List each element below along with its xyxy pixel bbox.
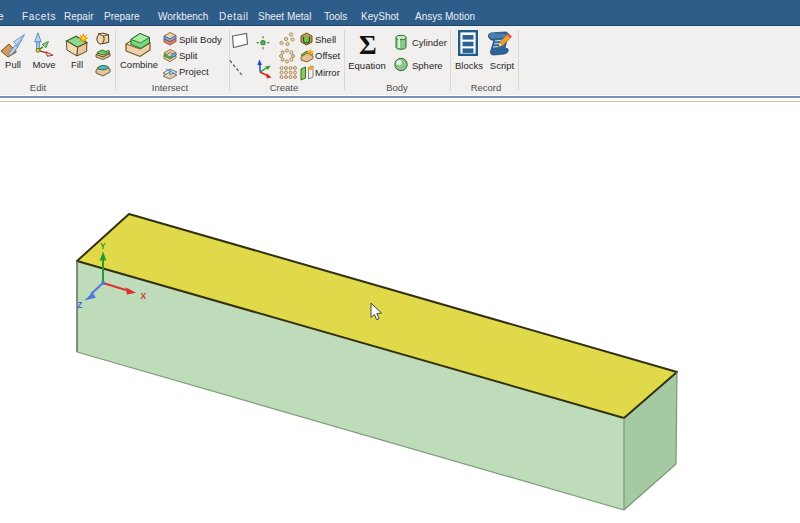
svg-text:Z: Z: [77, 300, 82, 310]
svg-text:Y: Y: [100, 241, 106, 251]
svg-text:X: X: [141, 291, 147, 301]
svg-text:Σ: Σ: [359, 30, 377, 60]
